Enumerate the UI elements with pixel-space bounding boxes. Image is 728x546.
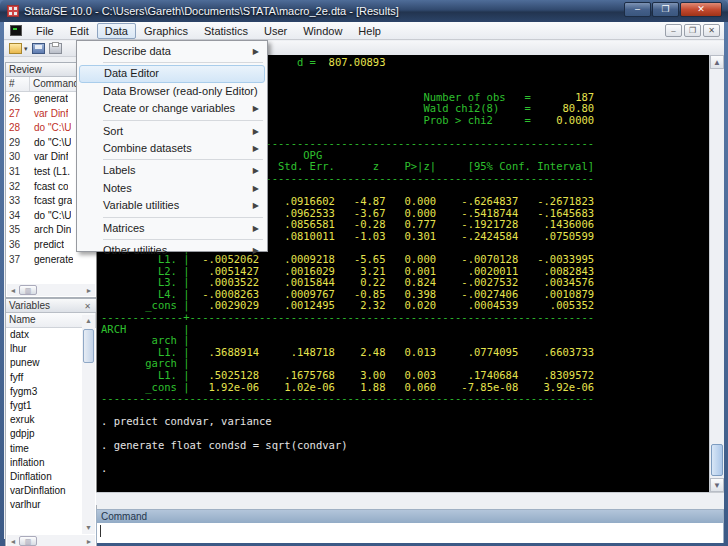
- variables-vscrollbar[interactable]: ▲ ▼: [82, 315, 95, 534]
- menu-help[interactable]: Help: [350, 23, 389, 39]
- menu-user[interactable]: User: [256, 23, 295, 39]
- stata-app-icon: [7, 5, 19, 17]
- review-col-number[interactable]: #: [6, 77, 30, 91]
- command-window: Command: [96, 509, 724, 543]
- stata-application-window: Stata/SE 10.0 - C:\Users\Gareth\Document…: [0, 0, 728, 546]
- variable-item[interactable]: fyff: [6, 371, 82, 385]
- submenu-arrow-icon: ▶: [253, 43, 259, 60]
- command-input[interactable]: [97, 523, 723, 543]
- results-vscrollbar[interactable]: ▲ ▼: [709, 55, 724, 492]
- submenu-arrow-icon: ▶: [253, 220, 259, 237]
- scroll-up-icon[interactable]: ▲: [82, 315, 95, 327]
- mdi-minimize-button[interactable]: –: [665, 24, 682, 37]
- variable-item[interactable]: fygm3: [6, 385, 82, 399]
- menu-statistics[interactable]: Statistics: [196, 23, 256, 39]
- variable-item[interactable]: Dinflation: [6, 470, 82, 484]
- scroll-up-icon[interactable]: ▲: [710, 55, 724, 69]
- variable-item[interactable]: datx: [6, 328, 82, 342]
- menu-edit[interactable]: Edit: [62, 23, 97, 39]
- title-bar[interactable]: Stata/SE 10.0 - C:\Users\Gareth\Document…: [0, 0, 728, 22]
- results-hscrollbar[interactable]: [96, 492, 724, 505]
- open-dropdown-arrow-icon[interactable]: ▾: [24, 45, 28, 53]
- results-window-icon[interactable]: [10, 25, 22, 36]
- review-hscrollbar[interactable]: ◄ ▥ ►: [7, 284, 95, 296]
- variable-item[interactable]: exruk: [6, 413, 82, 427]
- menu-item-notes[interactable]: Notes▶: [79, 180, 265, 197]
- scroll-down-icon[interactable]: ▼: [82, 522, 95, 534]
- window-title: Stata/SE 10.0 - C:\Users\Gareth\Document…: [24, 5, 399, 17]
- menu-item-labels[interactable]: Labels▶: [79, 162, 265, 179]
- variable-item[interactable]: inflation: [6, 456, 82, 470]
- submenu-arrow-icon: ▶: [253, 197, 259, 214]
- variable-item[interactable]: fygt1: [6, 399, 82, 413]
- submenu-arrow-icon: ▶: [253, 242, 259, 259]
- variable-item[interactable]: varlhur: [6, 498, 82, 512]
- menu-window[interactable]: Window: [295, 23, 350, 39]
- mdi-restore-button[interactable]: ❐: [684, 24, 701, 37]
- open-file-icon[interactable]: [9, 43, 22, 54]
- menu-item-describe-data[interactable]: Describe data▶: [79, 43, 265, 60]
- menu-graphics[interactable]: Graphics: [136, 23, 196, 39]
- mdi-close-button[interactable]: ✕: [703, 24, 720, 37]
- data-menu: Describe data▶Data EditorData Browser (r…: [76, 40, 268, 252]
- close-button[interactable]: ✕: [680, 2, 722, 17]
- scroll-left-icon[interactable]: ◄: [7, 287, 19, 294]
- menu-item-matrices[interactable]: Matrices▶: [79, 220, 265, 237]
- results-scroll-thumb[interactable]: [711, 444, 723, 476]
- menu-item-data-browser-read-only-editor-[interactable]: Data Browser (read-only Editor): [79, 83, 265, 100]
- maximize-button[interactable]: ❐: [652, 2, 679, 17]
- variables-hscrollbar[interactable]: ◄ ▥ ►: [7, 535, 95, 546]
- variable-item[interactable]: punew: [6, 356, 82, 370]
- menu-file[interactable]: File: [28, 23, 62, 39]
- variable-item[interactable]: lhur: [6, 342, 82, 356]
- scroll-left-icon[interactable]: ◄: [7, 538, 19, 545]
- menu-item-variable-utilities[interactable]: Variable utilities▶: [79, 197, 265, 214]
- menu-item-data-editor[interactable]: Data Editor: [79, 65, 265, 82]
- menu-bar: FileEditDataGraphicsStatisticsUserWindow…: [4, 22, 724, 40]
- submenu-arrow-icon: ▶: [253, 180, 259, 197]
- menu-data[interactable]: Data: [97, 23, 136, 39]
- submenu-arrow-icon: ▶: [253, 162, 259, 179]
- scroll-right-icon[interactable]: ►: [83, 538, 95, 545]
- variables-panel: Variables ✕ Name datxlhurpunewfyfffygm3f…: [5, 298, 97, 546]
- variable-item[interactable]: varDinflation: [6, 484, 82, 498]
- minimize-button[interactable]: –: [624, 2, 651, 17]
- menu-item-combine-datasets[interactable]: Combine datasets▶: [79, 140, 265, 157]
- submenu-arrow-icon: ▶: [253, 123, 259, 140]
- print-icon[interactable]: [49, 43, 62, 54]
- command-window-title: Command: [97, 510, 723, 523]
- menu-item-create-or-change-variables[interactable]: Create or change variables▶: [79, 100, 265, 117]
- review-panel-title: Review: [9, 64, 42, 75]
- submenu-arrow-icon: ▶: [253, 140, 259, 157]
- scroll-down-icon[interactable]: ▼: [710, 478, 724, 492]
- submenu-arrow-icon: ▶: [253, 100, 259, 117]
- variables-close-icon[interactable]: ✕: [82, 301, 93, 311]
- variable-item[interactable]: gdpjp: [6, 427, 82, 441]
- menu-item-other-utilities[interactable]: Other utilities▶: [79, 242, 265, 259]
- text-caret: [100, 525, 101, 537]
- save-icon[interactable]: [32, 43, 45, 54]
- menu-item-sort[interactable]: Sort▶: [79, 123, 265, 140]
- scroll-right-icon[interactable]: ►: [83, 287, 95, 294]
- variable-item[interactable]: time: [6, 442, 82, 456]
- variables-panel-title: Variables: [9, 300, 50, 311]
